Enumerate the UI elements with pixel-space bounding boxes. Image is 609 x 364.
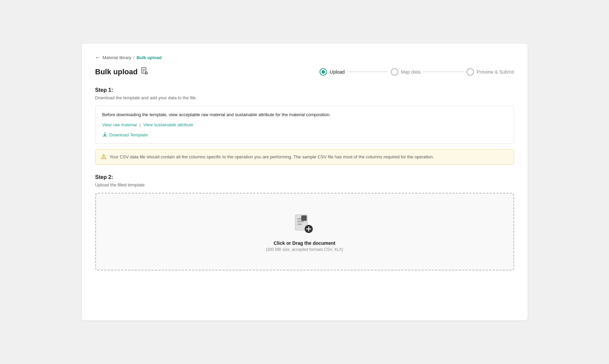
document-icon (141, 67, 148, 76)
warning-banner: Your CSV data file should contain all th… (95, 149, 514, 165)
download-template-link[interactable]: Download Template (102, 132, 507, 138)
svg-rect-8 (297, 221, 304, 222)
step2-section: Step 2: Upload the filled template (95, 174, 514, 270)
back-arrow-icon[interactable]: ← (95, 54, 101, 60)
page-title: Bulk upload (95, 67, 148, 76)
step2-subtitle: Upload the filled template (95, 182, 514, 187)
main-card: ← Material library / Bulk upload Bulk up… (82, 44, 528, 320)
upload-dropzone[interactable]: Click or Drag the document (300 MB size,… (95, 193, 514, 270)
info-box-text: Before downloading the template, view ac… (102, 111, 507, 118)
info-box: Before downloading the template, view ac… (95, 106, 514, 144)
header-row: Bulk upload (95, 67, 514, 76)
step2-title: Step 2: (95, 174, 514, 180)
warning-icon (101, 154, 106, 160)
svg-rect-9 (297, 224, 302, 225)
upload-document-icon (293, 211, 317, 236)
download-icon (102, 132, 107, 138)
view-sustainable-attribute-link[interactable]: View sustainable attribute (143, 122, 193, 127)
svg-rect-10 (301, 215, 307, 221)
view-raw-material-link[interactable]: View raw material (102, 122, 137, 127)
link-separator: | (139, 122, 141, 127)
step-map-data-circle (391, 68, 398, 76)
upload-icon-wrapper (293, 211, 317, 236)
step-upload-inner (322, 70, 325, 74)
dropzone-label: Click or Drag the document (274, 240, 335, 246)
step-map-data: Map data (391, 68, 421, 76)
step1-section: Step 1: Download the template and add yo… (95, 87, 514, 165)
download-template-label: Download Template (109, 132, 148, 137)
step-preview-circle (466, 68, 474, 76)
stepper: Upload Map data Preview & Submit (320, 68, 514, 76)
breadcrumb-separator: / (133, 55, 135, 60)
step-preview-submit: Preview & Submit (466, 68, 514, 76)
step-line-2 (423, 72, 464, 72)
page-title-text: Bulk upload (95, 68, 138, 76)
step-preview-label: Preview & Submit (477, 69, 514, 75)
step-upload: Upload (320, 68, 345, 76)
step-line-1 (348, 72, 388, 72)
dropzone-hint: (300 MB size, accepted formats CSV, XLX) (266, 247, 343, 252)
page-container: ← Material library / Bulk upload Bulk up… (0, 0, 609, 364)
breadcrumb-parent[interactable]: Material library (103, 55, 131, 60)
step-upload-circle (320, 68, 327, 76)
step-upload-label: Upload (330, 69, 345, 75)
breadcrumb: ← Material library / Bulk upload (95, 54, 514, 60)
warning-text: Your CSV data file should contain all th… (110, 154, 434, 160)
svg-point-5 (103, 158, 104, 158)
step-map-data-label: Map data (401, 69, 421, 75)
step1-subtitle: Download the template and add your data … (95, 95, 514, 100)
step1-title: Step 1: (95, 87, 514, 93)
info-box-links: View raw material | View sustainable att… (102, 122, 507, 127)
breadcrumb-current: Bulk upload (136, 55, 161, 60)
